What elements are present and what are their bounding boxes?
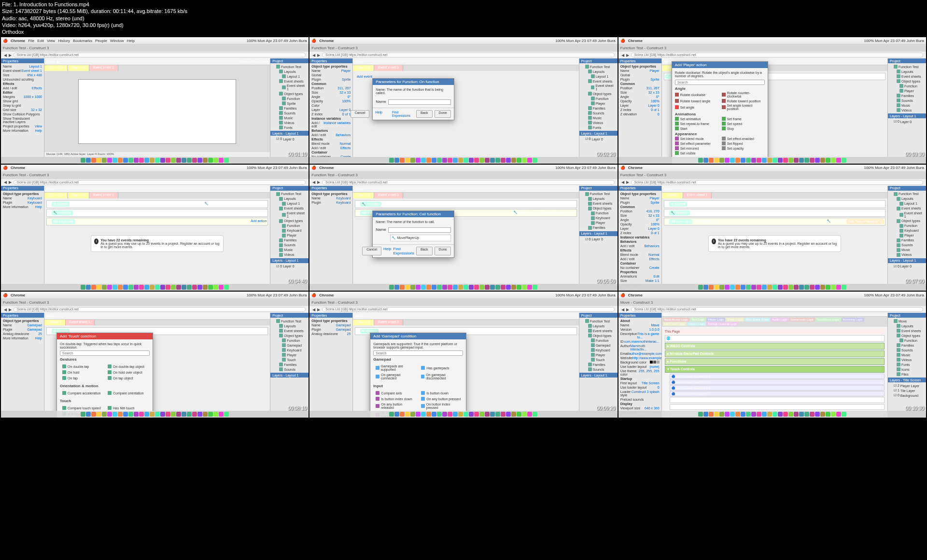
- dock-app-icon[interactable]: [762, 158, 767, 163]
- dock-app-icon[interactable]: [426, 158, 431, 163]
- dock-app-icon[interactable]: [160, 158, 165, 163]
- dock-app-icon[interactable]: [171, 412, 176, 417]
- dock-app-icon[interactable]: [799, 158, 804, 163]
- dock-app-icon[interactable]: [719, 158, 724, 163]
- dock-app-icon[interactable]: [453, 158, 458, 163]
- dock-app-icon[interactable]: [166, 158, 170, 163]
- dock-app-icon[interactable]: [176, 158, 181, 163]
- dock-app-icon[interactable]: [421, 158, 426, 163]
- dock-app-icon[interactable]: [134, 158, 139, 163]
- dock-app-icon[interactable]: [746, 285, 751, 290]
- layout-canvas[interactable]: [44, 71, 270, 152]
- dock-app-icon[interactable]: [517, 285, 521, 290]
- dock-app-icon[interactable]: [192, 412, 197, 417]
- dock-app-icon[interactable]: [400, 285, 405, 290]
- call-name-input[interactable]: [388, 227, 451, 233]
- dock-app-icon[interactable]: [746, 412, 751, 417]
- cancel-button[interactable]: Cancel: [351, 110, 370, 118]
- dock-app-icon[interactable]: [842, 412, 846, 417]
- dock-app-icon[interactable]: [804, 412, 809, 417]
- dock-app-icon[interactable]: [719, 412, 724, 417]
- dock-app-icon[interactable]: [213, 285, 218, 290]
- dock-app-icon[interactable]: [517, 412, 521, 417]
- wasd-group[interactable]: ▸ WASD Controls: [665, 343, 885, 350]
- dock-app-icon[interactable]: [479, 412, 484, 417]
- dock-app-icon[interactable]: [458, 158, 463, 163]
- dock-app-icon[interactable]: [485, 412, 490, 417]
- dock-app-icon[interactable]: [735, 158, 740, 163]
- dock-app-icon[interactable]: [533, 412, 537, 417]
- nimbus-group[interactable]: ▸ Nimbus GamePad Controls: [665, 350, 885, 357]
- dock-app-icon[interactable]: [171, 158, 176, 163]
- dock-app-icon[interactable]: [208, 412, 213, 417]
- dock-app-icon[interactable]: [432, 285, 436, 290]
- dock-app-icon[interactable]: [448, 285, 452, 290]
- dock-app-icon[interactable]: [150, 412, 154, 417]
- dock-app-icon[interactable]: [725, 158, 730, 163]
- dock-app-icon[interactable]: [474, 412, 479, 417]
- dock-app-icon[interactable]: [389, 285, 394, 290]
- function-name-input[interactable]: [388, 99, 451, 105]
- dock-app-icon[interactable]: [772, 412, 777, 417]
- dock-app-icon[interactable]: [416, 412, 421, 417]
- dock-app-icon[interactable]: [97, 285, 101, 290]
- dock-app-icon[interactable]: [767, 412, 772, 417]
- dock-app-icon[interactable]: [197, 412, 202, 417]
- dock-app-icon[interactable]: [219, 412, 224, 417]
- dock-app-icon[interactable]: [794, 285, 799, 290]
- dock-app-icon[interactable]: [410, 158, 415, 163]
- dock-app-icon[interactable]: [128, 285, 133, 290]
- dock-app-icon[interactable]: [112, 158, 117, 163]
- dock-app-icon[interactable]: [91, 412, 96, 417]
- dock-app-icon[interactable]: [442, 412, 447, 417]
- dock-app-icon[interactable]: [123, 285, 128, 290]
- dock-app-icon[interactable]: [527, 412, 532, 417]
- dock-app-icon[interactable]: [394, 412, 399, 417]
- dock-app-icon[interactable]: [506, 285, 511, 290]
- dock-app-icon[interactable]: [432, 158, 436, 163]
- fwd-icon[interactable]: ▶: [9, 53, 12, 57]
- dock-app-icon[interactable]: [134, 285, 139, 290]
- dock-app-icon[interactable]: [118, 158, 123, 163]
- dock-app-icon[interactable]: [118, 412, 123, 417]
- dock-app-icon[interactable]: [719, 285, 724, 290]
- dock-app-icon[interactable]: [730, 158, 735, 163]
- dock-app-icon[interactable]: [804, 285, 809, 290]
- dock-app-icon[interactable]: [437, 158, 442, 163]
- dock-app-icon[interactable]: [464, 412, 468, 417]
- dock-app-icon[interactable]: [836, 285, 841, 290]
- dock-app-icon[interactable]: [144, 285, 149, 290]
- dock-app-icon[interactable]: [97, 412, 101, 417]
- dock-app-icon[interactable]: [448, 412, 452, 417]
- touch-group[interactable]: ▾ Touch Controls: [665, 366, 885, 373]
- dock-app-icon[interactable]: [815, 285, 820, 290]
- dock-app-icon[interactable]: [128, 412, 133, 417]
- dock-app-icon[interactable]: [134, 412, 139, 417]
- dock-app-icon[interactable]: [197, 285, 202, 290]
- dock-app-icon[interactable]: [81, 412, 85, 417]
- dock-app-icon[interactable]: [139, 412, 144, 417]
- dock-app-icon[interactable]: [799, 285, 804, 290]
- dock-app-icon[interactable]: [118, 285, 123, 290]
- dock-app-icon[interactable]: [426, 285, 431, 290]
- dock-app-icon[interactable]: [794, 412, 799, 417]
- dock-app-icon[interactable]: [112, 285, 117, 290]
- dock-app-icon[interactable]: [772, 158, 777, 163]
- help-link[interactable]: Help: [371, 110, 386, 118]
- dock-app-icon[interactable]: [746, 158, 751, 163]
- dock-app-icon[interactable]: [495, 285, 500, 290]
- dock-app-icon[interactable]: [831, 412, 836, 417]
- dock-app-icon[interactable]: [730, 412, 735, 417]
- dock-app-icon[interactable]: [485, 158, 490, 163]
- dock-app-icon[interactable]: [741, 158, 745, 163]
- dock-app-icon[interactable]: [107, 285, 112, 290]
- dock-app-icon[interactable]: [778, 412, 783, 417]
- dock-app-icon[interactable]: [709, 412, 714, 417]
- dock-app-icon[interactable]: [836, 158, 841, 163]
- dock-app-icon[interactable]: [182, 285, 186, 290]
- dock-app-icon[interactable]: [826, 285, 830, 290]
- dock-app-icon[interactable]: [81, 285, 85, 290]
- dock-app-icon[interactable]: [831, 158, 836, 163]
- dock-app-icon[interactable]: [203, 158, 208, 163]
- dock-app-icon[interactable]: [155, 158, 160, 163]
